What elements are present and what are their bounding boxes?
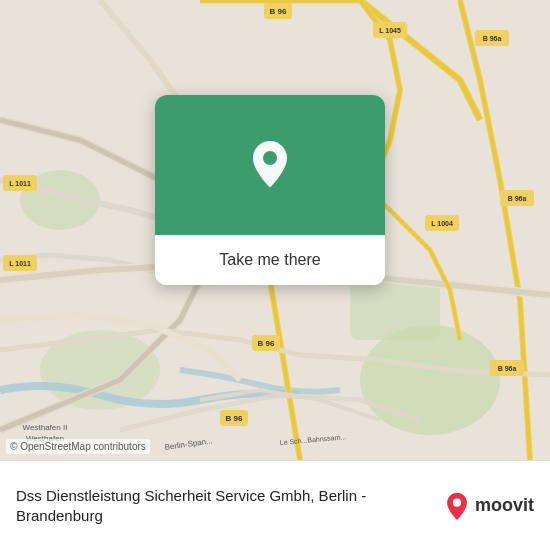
svg-text:B 96a: B 96a <box>483 35 502 42</box>
svg-text:B 96a: B 96a <box>508 195 527 202</box>
svg-rect-3 <box>350 280 440 340</box>
take-me-there-button[interactable]: Take me there <box>211 247 328 273</box>
svg-text:L 1011: L 1011 <box>9 180 31 187</box>
card-button-section[interactable]: Take me there <box>155 235 385 285</box>
svg-point-29 <box>263 151 277 165</box>
svg-text:L 1045: L 1045 <box>379 27 401 34</box>
svg-text:L 1011: L 1011 <box>9 260 31 267</box>
moovit-pin-icon <box>443 492 471 520</box>
location-name: Dss Dienstleistung Sicherheit Service Gm… <box>16 486 431 525</box>
svg-text:B 96a: B 96a <box>498 365 517 372</box>
map-container: B 96 B 96a B 96a B 96a L 1011 L 1011 L 1… <box>0 0 550 460</box>
moovit-logo: moovit <box>443 492 534 520</box>
svg-text:B 96: B 96 <box>258 339 275 348</box>
svg-text:L 1004: L 1004 <box>431 220 453 227</box>
svg-text:Westhafen II: Westhafen II <box>23 423 68 432</box>
bottom-bar: Dss Dienstleistung Sicherheit Service Gm… <box>0 460 550 550</box>
svg-point-1 <box>360 325 500 435</box>
location-pin-icon <box>248 143 292 187</box>
card-map-section <box>155 95 385 235</box>
svg-point-30 <box>453 498 461 506</box>
location-info: Dss Dienstleistung Sicherheit Service Gm… <box>16 486 431 525</box>
map-copyright: © OpenStreetMap contributors <box>6 439 150 454</box>
svg-text:B 96: B 96 <box>270 7 287 16</box>
map-overlay-card: Take me there <box>155 95 385 285</box>
svg-text:B 96: B 96 <box>226 414 243 423</box>
moovit-brand-name: moovit <box>475 495 534 516</box>
